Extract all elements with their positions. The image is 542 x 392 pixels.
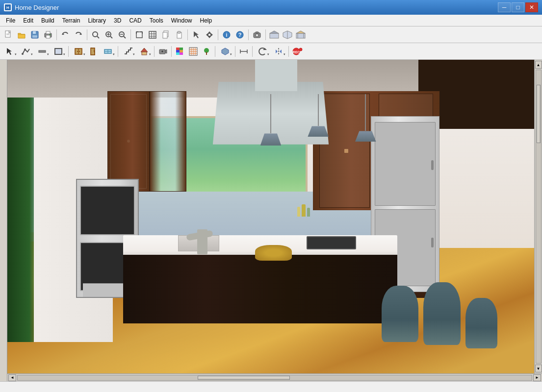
undo-button[interactable]	[59, 28, 72, 41]
info-button[interactable]: i	[220, 28, 233, 41]
viewport[interactable]	[7, 60, 534, 373]
main-content: ▲ ▼ ◄ ►	[0, 60, 542, 381]
close-button[interactable]: ✕	[525, 2, 538, 12]
svg-line-17	[110, 36, 112, 38]
svg-rect-80	[176, 52, 180, 55]
mirror-tool-button[interactable]: ▾	[271, 45, 286, 58]
zoom-out-button[interactable]	[116, 28, 129, 41]
print-button[interactable]	[42, 28, 54, 41]
svg-rect-90	[206, 52, 207, 55]
door-tool-button[interactable]	[87, 45, 100, 58]
cabinet-tool-button[interactable]: ▾	[71, 45, 86, 58]
draw-polyline-button[interactable]: ▾	[18, 45, 34, 58]
svg-rect-60	[39, 50, 46, 52]
scroll-thumb-horizontal[interactable]	[198, 376, 290, 380]
svg-rect-34	[163, 32, 167, 38]
svg-rect-81	[180, 52, 183, 55]
texture-tool-button[interactable]	[187, 45, 200, 58]
menu-cad[interactable]: CAD	[125, 15, 145, 26]
svg-marker-40	[206, 33, 208, 37]
toolbar-separator-3	[130, 29, 131, 40]
upper-left-cabinets	[107, 91, 150, 192]
grid-button[interactable]	[146, 28, 159, 41]
toolbar-main: i ?	[0, 26, 542, 43]
svg-marker-97	[276, 49, 278, 53]
redo-button[interactable]	[72, 28, 85, 41]
toolbar2-separator-5	[215, 46, 215, 57]
scroll-track-vertical[interactable]	[536, 70, 542, 364]
move-up-button[interactable]	[203, 28, 216, 41]
rotate-tool-button[interactable]: ▾	[255, 45, 270, 58]
svg-rect-77	[180, 48, 183, 50]
scroll-right-button[interactable]: ►	[533, 374, 541, 381]
pendant-light-right	[355, 94, 376, 142]
toolbar2-separator-3	[154, 46, 155, 57]
menu-3d[interactable]: 3D	[110, 15, 125, 26]
svg-point-11	[50, 34, 51, 35]
new-button[interactable]	[2, 28, 15, 41]
select-tool-button[interactable]: ▾	[2, 45, 18, 58]
svg-rect-79	[180, 50, 183, 52]
menu-bar: File Edit Build Terrain Library 3D CAD T…	[0, 15, 542, 26]
zoom-magnifier-button[interactable]	[89, 28, 102, 41]
minimize-button[interactable]: ─	[498, 2, 511, 12]
scroll-thumb-vertical[interactable]	[537, 85, 541, 144]
svg-point-75	[161, 50, 164, 52]
scroll-up-button[interactable]: ▲	[535, 61, 542, 69]
draw-room-button[interactable]: ▾	[51, 45, 66, 58]
camera-3d-button[interactable]	[156, 45, 169, 58]
pendant-light-center	[308, 94, 329, 137]
svg-marker-41	[210, 33, 213, 37]
selection-mode-button[interactable]	[190, 28, 203, 41]
scroll-left-button[interactable]: ◄	[8, 374, 16, 381]
svg-rect-78	[176, 50, 180, 52]
copy-button[interactable]	[159, 28, 172, 41]
pendant-light-left	[260, 94, 282, 146]
help-question-button[interactable]: ?	[233, 28, 246, 41]
toolbar2-separator-7	[252, 46, 253, 57]
svg-text:REC: REC	[293, 50, 300, 54]
draw-wall-button[interactable]: ▾	[34, 45, 50, 58]
svg-point-65	[79, 51, 80, 52]
menu-window[interactable]: Window	[167, 15, 196, 26]
kitchen-3d-scene	[7, 60, 534, 373]
elevation-button[interactable]	[294, 28, 307, 41]
menu-terrain[interactable]: Terrain	[58, 15, 84, 26]
scroll-down-button[interactable]: ▼	[535, 365, 542, 372]
left-ruler	[0, 60, 7, 381]
svg-rect-61	[55, 49, 62, 54]
window-title: Home Designer	[15, 4, 498, 11]
menu-library[interactable]: Library	[84, 15, 110, 26]
menu-tools[interactable]: Tools	[146, 15, 167, 26]
svg-point-14	[93, 32, 98, 37]
cooktop	[307, 236, 356, 249]
counter-items	[297, 192, 350, 217]
svg-rect-76	[176, 48, 180, 50]
plant-tool-button[interactable]	[200, 45, 213, 58]
menu-build[interactable]: Build	[37, 15, 58, 26]
3d-view-button[interactable]	[281, 28, 294, 41]
object-tool-button[interactable]: ▾	[217, 45, 233, 58]
toolbar-separator-4	[187, 29, 188, 40]
paste-button[interactable]	[173, 28, 185, 41]
record-button[interactable]: REC	[291, 45, 304, 58]
scroll-track-horizontal[interactable]	[17, 375, 532, 381]
menu-help[interactable]: Help	[196, 15, 216, 26]
svg-text:i: i	[226, 32, 228, 38]
save-button[interactable]	[28, 28, 41, 41]
roof-tool-button[interactable]: ▾	[136, 45, 152, 58]
paint-tool-button[interactable]	[174, 45, 186, 58]
camera-button[interactable]	[251, 28, 263, 41]
menu-file[interactable]: File	[2, 15, 19, 26]
fit-window-button[interactable]	[133, 28, 146, 41]
stairs-tool-button[interactable]: ▾	[120, 45, 136, 58]
svg-rect-7	[32, 35, 37, 38]
dimension-tool-button[interactable]	[237, 45, 250, 58]
open-button[interactable]	[15, 28, 28, 41]
zoom-in-button[interactable]	[103, 28, 115, 41]
maximize-button[interactable]: □	[512, 2, 524, 12]
menu-edit[interactable]: Edit	[19, 15, 37, 26]
floor-plan-button[interactable]	[268, 28, 281, 41]
svg-rect-49	[270, 33, 279, 38]
window-tool-button[interactable]: ▾	[100, 45, 116, 58]
